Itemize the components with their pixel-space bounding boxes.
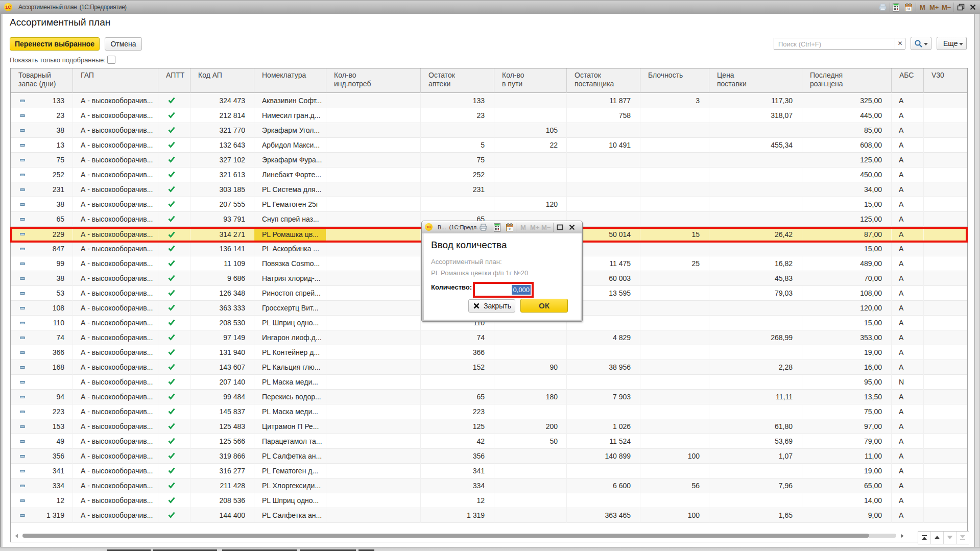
svg-text:31: 31 — [508, 227, 512, 231]
svg-text:31: 31 — [906, 7, 911, 11]
